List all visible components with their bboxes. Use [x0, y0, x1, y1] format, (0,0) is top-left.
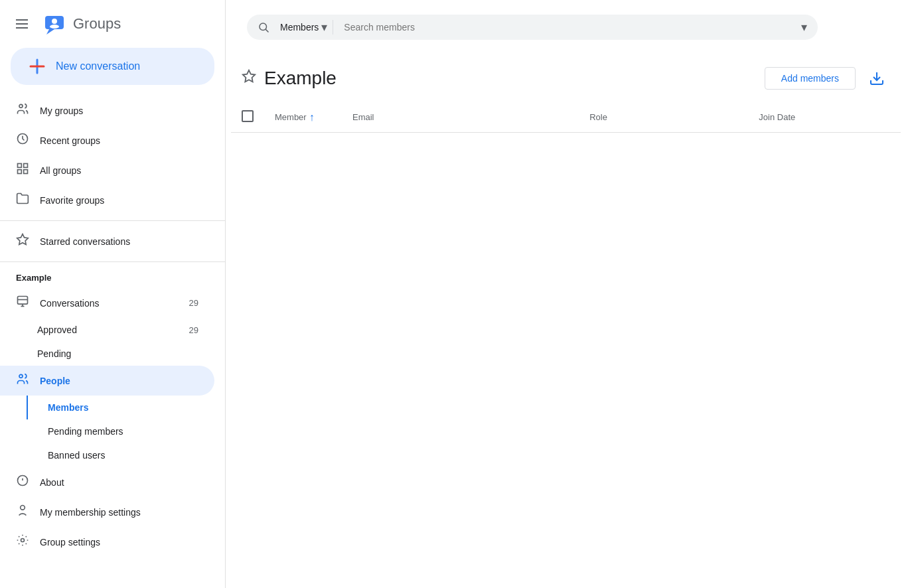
svg-point-7 [50, 25, 59, 29]
sidebar-item-starred[interactable]: Starred conversations [0, 226, 214, 256]
filter-dropdown[interactable]: Members ▾ [275, 20, 333, 35]
svg-rect-2 [16, 27, 28, 29]
sidebar-item-group-settings[interactable]: Group settings [0, 527, 214, 557]
sidebar-item-recent-groups[interactable]: Recent groups [0, 125, 214, 155]
svg-point-25 [21, 506, 25, 510]
sidebar-item-pending-conv[interactable]: Pending [0, 342, 214, 366]
select-all-checkbox[interactable] [242, 110, 254, 122]
search-options-chevron-icon[interactable]: ▾ [801, 20, 807, 35]
members-header: Example Add members [226, 54, 906, 97]
new-conversation-label: New conversation [56, 60, 140, 72]
sidebar-item-people[interactable]: People [0, 366, 214, 396]
all-groups-icon [16, 162, 29, 179]
member-col-header[interactable]: Member ↑ [264, 102, 342, 133]
add-members-button[interactable]: Add members [765, 67, 856, 90]
svg-rect-0 [16, 19, 28, 21]
sidebar-item-my-groups[interactable]: My groups [0, 96, 214, 125]
about-label: About [40, 477, 64, 488]
svg-marker-29 [243, 70, 255, 82]
conversations-badge: 29 [189, 298, 198, 308]
sidebar-item-conversations[interactable]: Conversations 29 [0, 288, 214, 318]
sort-icon: ↑ [309, 111, 315, 123]
favorite-groups-icon [16, 192, 29, 208]
sidebar-item-favorite-groups[interactable]: Favorite groups [0, 185, 214, 215]
group-settings-icon [16, 534, 29, 550]
main-content: Members ▾ ▾ Example Add members [226, 0, 906, 588]
my-groups-icon [16, 102, 29, 119]
all-groups-label: All groups [40, 165, 81, 176]
sidebar: Groups New conversation My groups [0, 0, 226, 588]
svg-rect-15 [24, 170, 28, 174]
sidebar-item-pending-members[interactable]: Pending members [0, 419, 214, 443]
svg-line-28 [265, 29, 268, 32]
app-header: Groups [0, 5, 225, 42]
app-title: Groups [73, 15, 121, 33]
approved-badge: 29 [189, 325, 198, 335]
email-col-label: Email [352, 112, 374, 122]
svg-point-10 [19, 104, 23, 108]
divider-1 [0, 220, 225, 221]
svg-point-6 [52, 19, 57, 24]
my-groups-label: My groups [40, 106, 83, 116]
approved-label: Approved [37, 325, 77, 335]
svg-point-26 [21, 539, 25, 542]
people-label: People [40, 376, 70, 386]
svg-rect-13 [24, 164, 28, 168]
header-actions: Add members [765, 65, 890, 92]
table-wrapper: Member ↑ Email Role Join Date [226, 97, 906, 588]
recent-groups-icon [16, 132, 29, 149]
new-conversation-button[interactable]: New conversation [11, 48, 214, 85]
email-col-header[interactable]: Email [342, 102, 579, 133]
joindate-col-label: Join Date [759, 112, 795, 122]
hamburger-menu-button[interactable] [11, 14, 33, 34]
section-label: Example [0, 267, 225, 288]
sidebar-item-banned-users[interactable]: Banned users [0, 443, 214, 467]
plus-icon [27, 56, 48, 77]
conversations-icon [16, 295, 29, 311]
filter-label: Members [280, 22, 319, 33]
group-settings-label: Group settings [40, 537, 100, 548]
sidebar-item-all-groups[interactable]: All groups [0, 155, 214, 185]
starred-conversations-label: Starred conversations [40, 236, 130, 247]
role-col-label: Role [589, 112, 607, 122]
app-logo: Groups [41, 11, 121, 37]
svg-point-27 [260, 23, 267, 31]
sidebar-item-members[interactable]: Members [0, 396, 214, 419]
svg-rect-12 [18, 164, 22, 168]
star-nav-icon [16, 233, 29, 250]
my-membership-icon [16, 504, 29, 520]
group-title: Example [264, 68, 337, 89]
filter-chevron-icon: ▾ [321, 20, 327, 35]
my-membership-label: My membership settings [40, 507, 141, 518]
sidebar-item-my-membership[interactable]: My membership settings [0, 497, 214, 527]
pending-members-label: Pending members [48, 426, 123, 437]
conversations-label: Conversations [40, 298, 100, 309]
svg-rect-14 [18, 170, 22, 174]
banned-users-label: Banned users [48, 450, 105, 461]
member-col-label: Member [275, 112, 307, 122]
svg-rect-1 [16, 23, 28, 25]
table-header: Member ↑ Email Role Join Date [231, 102, 901, 133]
checkbox-header[interactable] [231, 102, 264, 133]
active-indicator [27, 396, 28, 419]
sidebar-item-approved[interactable]: Approved 29 [0, 318, 214, 342]
sidebar-item-about[interactable]: About [0, 467, 214, 497]
nav-items: My groups Recent groups All groups [0, 96, 225, 215]
pending-label: Pending [37, 348, 71, 359]
search-bar-wrapper: Members ▾ ▾ [226, 0, 906, 54]
members-label: Members [48, 402, 88, 413]
search-filter: Members ▾ ▾ [247, 15, 818, 40]
group-title-area: Example [242, 68, 337, 89]
search-input[interactable] [344, 22, 796, 33]
about-icon [16, 474, 29, 490]
search-icon [258, 21, 269, 33]
role-col-header[interactable]: Role [579, 102, 748, 133]
members-table: Member ↑ Email Role Join Date [231, 102, 901, 133]
divider-2 [0, 261, 225, 262]
download-button[interactable] [864, 65, 890, 92]
favorite-groups-label: Favorite groups [40, 195, 104, 206]
svg-marker-16 [17, 234, 29, 245]
svg-point-21 [19, 374, 23, 378]
star-icon[interactable] [242, 69, 256, 88]
joindate-col-header[interactable]: Join Date [748, 102, 901, 133]
